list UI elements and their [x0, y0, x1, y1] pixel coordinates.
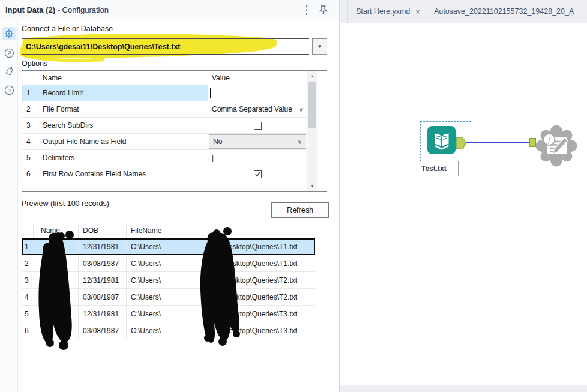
option-row-delimiters[interactable]: 5 Delimiters |	[22, 150, 307, 166]
document-tab-bar: Start Here.yxmd × Autosave_2022110215573…	[340, 0, 587, 23]
input-data-tool[interactable]	[427, 126, 456, 154]
preview-col-name: Name	[34, 223, 79, 238]
redacted-name-cell	[34, 238, 79, 255]
workflow-canvas[interactable]: f Test.txt	[340, 23, 587, 385]
redacted-name-cell	[34, 255, 79, 271]
preview-row-1[interactable]: 1 12/31/1981 C:\Users\\Desktop\Queries\T…	[22, 238, 315, 255]
tab-start-here[interactable]: Start Here.yxmd ×	[347, 0, 429, 23]
redacted-name-cell	[34, 272, 79, 288]
pin-icon[interactable]	[318, 5, 328, 18]
dropdown-arrow-icon: ▼	[318, 44, 322, 49]
preview-col-filename: FileName	[127, 223, 315, 238]
option-row-first-row-names[interactable]: 6 First Row Contains Field Names	[22, 166, 307, 182]
text-caret	[210, 88, 211, 98]
gear-icon[interactable]	[2, 27, 16, 40]
option-row-file-format[interactable]: 2 File Format Comma Separated Value∨	[22, 101, 307, 118]
kebab-menu-icon[interactable]	[303, 5, 309, 15]
preview-row-2[interactable]: 2 03/08/1987 C:\Users\\Desktop\Queries\T…	[22, 255, 315, 272]
panel-splitter	[18, 196, 339, 196]
options-col-value: Value	[208, 74, 307, 82]
chevron-down-icon: ∨	[299, 106, 303, 113]
canvas-bottom-strip	[340, 385, 587, 392]
record-limit-value-cell[interactable]	[208, 85, 307, 101]
config-sidebar: ?	[0, 21, 18, 392]
option-row-record-limit[interactable]: 1 Record Limit	[22, 85, 307, 101]
options-label: Options	[22, 59, 47, 68]
scroll-down-icon[interactable]: ▼	[307, 181, 317, 191]
svg-text:?: ?	[7, 86, 10, 93]
option-row-search-subdirs[interactable]: 3 Search SubDirs	[22, 118, 307, 134]
preview-row-3[interactable]: 3 12/31/1981 C:\Users\\Desktop\Queries\T…	[22, 272, 315, 289]
tool-annotation-label[interactable]: Test.txt	[418, 161, 459, 176]
option-row-output-filename[interactable]: 4 Output File Name as Field No∨	[22, 134, 307, 150]
browse-tool-icon[interactable]: f	[534, 124, 579, 168]
connect-file-label: Connect a File or Database	[22, 25, 113, 33]
redacted-name-cell	[34, 289, 79, 305]
file-path-dropdown-button[interactable]: ▼	[312, 38, 327, 55]
options-table: Name Value 1 Record Limit 2 File Format …	[22, 70, 327, 192]
search-subdirs-checkbox[interactable]	[254, 122, 262, 130]
preview-row-6[interactable]: 6 03/08/1987 C:\Users\\Desktop\Queries\T…	[22, 322, 315, 339]
output-anchor[interactable]	[456, 137, 467, 149]
preview-col-dob: DOB	[79, 223, 127, 238]
preview-label: Preview (first 100 records)	[22, 199, 109, 208]
options-col-name: Name	[38, 74, 208, 82]
file-path-input[interactable]	[22, 38, 309, 55]
close-tab-icon[interactable]: ×	[415, 7, 420, 16]
tab-autosave[interactable]: Autosave_20221102155732_19428_20_A	[429, 0, 587, 23]
navigate-icon[interactable]	[2, 46, 16, 59]
first-row-names-checkbox[interactable]	[254, 170, 262, 178]
scroll-up-icon[interactable]: ▲	[307, 71, 317, 81]
redacted-name-cell	[34, 306, 79, 322]
chevron-down-icon: ∨	[298, 139, 302, 145]
panel-title-bold: Input Data (2)	[5, 5, 55, 14]
preview-row-5[interactable]: 5 12/31/1981 C:\Users\\Desktop\Queries\T…	[22, 306, 315, 322]
preview-table: Name DOB FileName 1 12/31/1981 C:\Users\…	[22, 223, 322, 392]
preview-row-4[interactable]: 4 03/08/1987 C:\Users\\Desktop\Queries\T…	[22, 289, 315, 306]
refresh-button[interactable]: Refresh	[271, 202, 329, 218]
panel-title-rest: - Configuration	[55, 5, 109, 14]
delimiters-value-cell[interactable]: |	[208, 150, 307, 166]
redacted-name-cell	[34, 322, 79, 339]
options-scrollbar[interactable]: ▲ ▼	[307, 71, 317, 191]
preview-table-header: Name DOB FileName	[22, 223, 322, 238]
file-format-combobox[interactable]: Comma Separated Value∨	[208, 101, 307, 117]
connection-wire[interactable]	[466, 142, 529, 143]
scrollbar-thumb[interactable]	[308, 82, 316, 128]
configuration-panel-header: Input Data (2) - Configuration	[0, 0, 339, 20]
panel-title: Input Data (2) - Configuration	[0, 5, 109, 14]
open-book-icon	[430, 128, 454, 152]
output-filename-combobox[interactable]: No∨	[209, 134, 306, 149]
tag-icon[interactable]	[2, 65, 16, 78]
help-icon[interactable]: ?	[2, 83, 16, 97]
alteryx-designer-window: Input Data (2) - Configuration ? Connect…	[0, 0, 587, 392]
options-table-header: Name Value	[22, 71, 307, 85]
